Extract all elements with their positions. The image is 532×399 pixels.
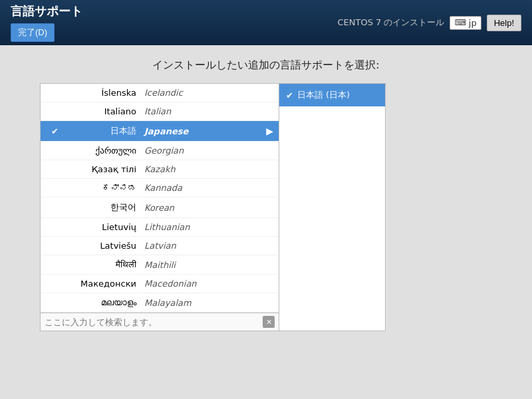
table-row[interactable]: ქართულიGeorgian bbox=[41, 142, 279, 160]
language-panels: ÍslenskaIcelandicItalianoItalian✔日本語Japa… bbox=[40, 83, 492, 331]
header-right: CENTOS 7 のインストール ⌨ jp Help! bbox=[337, 15, 521, 31]
table-row[interactable]: മലയാളംMalayalam bbox=[41, 293, 279, 313]
page-subtitle: インストールしたい追加の言語サポートを選択: bbox=[40, 59, 492, 72]
selected-language-list bbox=[279, 106, 385, 114]
search-clear-button[interactable]: ✕ bbox=[263, 316, 275, 328]
lang-native-name: Latviešu bbox=[65, 241, 144, 251]
table-row[interactable]: ✔日本語Japanese▶ bbox=[41, 121, 279, 142]
arrow-icon: ▶ bbox=[266, 126, 273, 136]
lang-english-name: Latvian bbox=[144, 241, 273, 251]
main-content: インストールしたい追加の言語サポートを選択: ÍslenskaIcelandic… bbox=[0, 45, 532, 344]
done-button[interactable]: 完了(D) bbox=[11, 23, 55, 42]
lang-english-name: Georgian bbox=[144, 146, 273, 156]
page-title: 言語サポート bbox=[11, 3, 82, 19]
lang-english-name: Macedonian bbox=[144, 279, 273, 289]
lang-english-name: Maithili bbox=[144, 260, 273, 270]
keyboard-input-box[interactable]: ⌨ jp bbox=[450, 16, 481, 30]
lang-english-name: Kazakh bbox=[144, 164, 273, 174]
lang-native-name: Italiano bbox=[65, 106, 144, 116]
selected-language-header: ✔ 日本語 (日本) bbox=[279, 84, 385, 106]
lang-native-name: മലയാളം bbox=[65, 297, 144, 308]
table-row[interactable]: ItalianoItalian bbox=[41, 102, 279, 121]
table-row[interactable]: ÍslenskaIcelandic bbox=[41, 84, 279, 102]
keyboard-icon: ⌨ bbox=[454, 18, 466, 27]
lang-native-name: Íslenska bbox=[65, 88, 144, 98]
selected-language-name: 日本語 (日本) bbox=[297, 89, 350, 101]
selected-check-icon: ✔ bbox=[286, 90, 293, 100]
lang-native-name: 한국어 bbox=[65, 201, 144, 213]
search-input[interactable] bbox=[45, 317, 263, 327]
header: 言語サポート 完了(D) CENTOS 7 のインストール ⌨ jp Help! bbox=[0, 0, 532, 45]
table-row[interactable]: ಕನ್ನಡKannada bbox=[41, 179, 279, 198]
language-list[interactable]: ÍslenskaIcelandicItalianoItalian✔日本語Japa… bbox=[41, 84, 279, 313]
lang-english-name: Lithuanian bbox=[144, 222, 273, 232]
lang-native-name: Қазақ тілі bbox=[65, 164, 144, 174]
table-row[interactable]: Қазақ тіліKazakh bbox=[41, 160, 279, 179]
table-row[interactable]: МакедонскиMacedonian bbox=[41, 275, 279, 293]
selected-languages-panel: ✔ 日本語 (日本) bbox=[279, 83, 386, 331]
lang-english-name: Kannada bbox=[144, 183, 273, 193]
table-row[interactable]: LietuviųLithuanian bbox=[41, 218, 279, 237]
lang-english-name: Italian bbox=[144, 106, 273, 116]
keyboard-layout-text: jp bbox=[469, 18, 477, 28]
centos-label: CENTOS 7 のインストール bbox=[337, 17, 444, 29]
help-button[interactable]: Help! bbox=[487, 15, 521, 31]
check-icon: ✔ bbox=[51, 126, 65, 136]
lang-english-name: Icelandic bbox=[144, 88, 273, 98]
table-row[interactable]: मैथिलीMaithili bbox=[41, 255, 279, 275]
lang-native-name: Македонски bbox=[65, 279, 144, 289]
lang-native-name: Lietuvių bbox=[65, 222, 144, 232]
table-row[interactable]: LatviešuLatvian bbox=[41, 237, 279, 255]
lang-english-name: Korean bbox=[144, 203, 273, 213]
header-left: 言語サポート 完了(D) bbox=[11, 3, 82, 42]
lang-english-name: Japanese bbox=[144, 126, 263, 136]
language-list-panel: ÍslenskaIcelandicItalianoItalian✔日本語Japa… bbox=[40, 83, 279, 331]
search-bar: ✕ bbox=[41, 313, 279, 331]
table-row[interactable]: 한국어Korean bbox=[41, 198, 279, 218]
lang-native-name: ಕನ್ನಡ bbox=[65, 183, 144, 193]
lang-native-name: मैथिली bbox=[65, 259, 144, 270]
lang-native-name: 日本語 bbox=[65, 125, 144, 137]
lang-english-name: Malayalam bbox=[144, 298, 273, 308]
lang-native-name: ქართული bbox=[65, 146, 144, 156]
